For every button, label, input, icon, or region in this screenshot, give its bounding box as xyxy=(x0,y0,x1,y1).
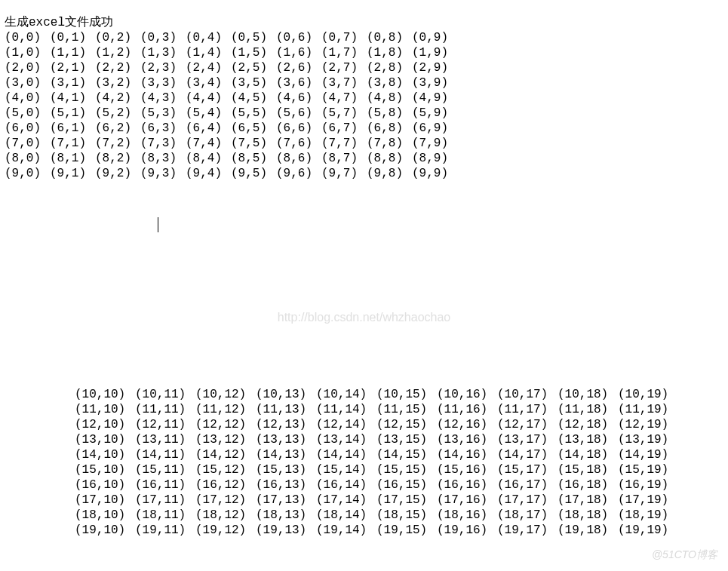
coord-cell: (1,9) xyxy=(412,45,457,60)
coord-cell: (16,10) xyxy=(75,477,135,493)
coord-cell: (12,17) xyxy=(497,417,558,432)
coord-cell: (13,19) xyxy=(618,432,678,447)
coord-cell: (2,3) xyxy=(140,60,186,75)
coord-cell: (9,9) xyxy=(412,166,457,181)
coord-cell: (8,4) xyxy=(186,151,231,166)
coord-cell: (4,6) xyxy=(276,91,321,106)
coord-cell: (17,13) xyxy=(256,493,316,508)
coord-cell: (13,10) xyxy=(75,432,135,447)
coord-cell: (18,15) xyxy=(376,508,437,523)
coord-row: (0,0)(0,1)(0,2)(0,3)(0,4)(0,5)(0,6)(0,7)… xyxy=(5,30,457,45)
coord-cell: (12,11) xyxy=(135,417,195,432)
coord-row: (1,0)(1,1)(1,2)(1,3)(1,4)(1,5)(1,6)(1,7)… xyxy=(5,45,457,60)
coord-cell: (1,2) xyxy=(95,45,140,60)
coord-cell: (9,3) xyxy=(140,166,186,181)
coord-cell: (5,9) xyxy=(412,106,457,121)
coord-cell: (0,4) xyxy=(186,30,231,45)
coord-cell: (15,18) xyxy=(558,462,618,477)
coord-cell: (6,6) xyxy=(276,121,321,136)
coord-cell: (10,11) xyxy=(135,387,195,402)
coord-cell: (15,14) xyxy=(316,462,376,477)
coord-cell: (10,17) xyxy=(497,387,558,402)
coord-cell: (11,11) xyxy=(135,402,195,417)
coord-cell: (3,0) xyxy=(5,75,50,91)
coord-cell: (3,5) xyxy=(231,75,276,91)
coord-cell: (9,4) xyxy=(186,166,231,181)
coord-row: (6,0)(6,1)(6,2)(6,3)(6,4)(6,5)(6,6)(6,7)… xyxy=(5,121,457,136)
coord-cell: (10,13) xyxy=(256,387,316,402)
coord-cell: (16,12) xyxy=(195,477,256,493)
coord-row: (19,10)(19,11)(19,12)(19,13)(19,14)(19,1… xyxy=(75,523,678,538)
coord-cell: (17,18) xyxy=(558,493,618,508)
coord-cell: (14,18) xyxy=(558,447,618,462)
coord-cell: (7,7) xyxy=(321,136,367,151)
coord-cell: (19,14) xyxy=(316,523,376,538)
coord-cell: (5,3) xyxy=(140,106,186,121)
coord-cell: (9,5) xyxy=(231,166,276,181)
coord-row: (9,0)(9,1)(9,2)(9,3)(9,4)(9,5)(9,6)(9,7)… xyxy=(5,166,457,181)
coord-cell: (12,19) xyxy=(618,417,678,432)
console-output-block-1: 生成excel文件成功 (0,0)(0,1)(0,2)(0,3)(0,4)(0,… xyxy=(5,0,457,181)
coord-cell: (9,7) xyxy=(321,166,367,181)
coord-cell: (1,5) xyxy=(231,45,276,60)
coord-cell: (5,1) xyxy=(50,106,95,121)
coord-row: (3,0)(3,1)(3,2)(3,3)(3,4)(3,5)(3,6)(3,7)… xyxy=(5,75,457,91)
coord-cell: (18,13) xyxy=(256,508,316,523)
coord-cell: (9,1) xyxy=(50,166,95,181)
coord-cell: (12,13) xyxy=(256,417,316,432)
coord-cell: (6,9) xyxy=(412,121,457,136)
coord-cell: (15,10) xyxy=(75,462,135,477)
coord-cell: (6,4) xyxy=(186,121,231,136)
coord-cell: (2,2) xyxy=(95,60,140,75)
coord-cell: (4,5) xyxy=(231,91,276,106)
coord-row: (4,0)(4,1)(4,2)(4,3)(4,4)(4,5)(4,6)(4,7)… xyxy=(5,91,457,106)
coord-cell: (13,13) xyxy=(256,432,316,447)
coord-cell: (11,15) xyxy=(376,402,437,417)
coord-cell: (2,7) xyxy=(321,60,367,75)
coord-cell: (10,19) xyxy=(618,387,678,402)
coord-cell: (8,3) xyxy=(140,151,186,166)
coordinate-grid-1: (0,0)(0,1)(0,2)(0,3)(0,4)(0,5)(0,6)(0,7)… xyxy=(5,30,457,181)
coord-cell: (17,12) xyxy=(195,493,256,508)
coord-cell: (2,9) xyxy=(412,60,457,75)
coord-cell: (2,8) xyxy=(367,60,412,75)
coord-cell: (13,18) xyxy=(558,432,618,447)
coord-cell: (5,8) xyxy=(367,106,412,121)
coord-cell: (7,6) xyxy=(276,136,321,151)
coord-cell: (15,17) xyxy=(497,462,558,477)
coord-cell: (19,17) xyxy=(497,523,558,538)
coord-row: (7,0)(7,1)(7,2)(7,3)(7,4)(7,5)(7,6)(7,7)… xyxy=(5,136,457,151)
coord-cell: (15,11) xyxy=(135,462,195,477)
coord-cell: (0,7) xyxy=(321,30,367,45)
coord-cell: (17,14) xyxy=(316,493,376,508)
coord-cell: (13,16) xyxy=(437,432,497,447)
coord-cell: (14,17) xyxy=(497,447,558,462)
coord-row: (2,0)(2,1)(2,2)(2,3)(2,4)(2,5)(2,6)(2,7)… xyxy=(5,60,457,75)
coord-cell: (19,18) xyxy=(558,523,618,538)
coord-cell: (8,0) xyxy=(5,151,50,166)
coord-cell: (7,5) xyxy=(231,136,276,151)
coord-cell: (0,9) xyxy=(412,30,457,45)
coord-cell: (1,8) xyxy=(367,45,412,60)
coord-row: (5,0)(5,1)(5,2)(5,3)(5,4)(5,5)(5,6)(5,7)… xyxy=(5,106,457,121)
coord-cell: (0,3) xyxy=(140,30,186,45)
coord-cell: (5,0) xyxy=(5,106,50,121)
coord-cell: (3,2) xyxy=(95,75,140,91)
coord-cell: (11,12) xyxy=(195,402,256,417)
coord-cell: (19,12) xyxy=(195,523,256,538)
coord-cell: (18,10) xyxy=(75,508,135,523)
coord-cell: (18,11) xyxy=(135,508,195,523)
coord-cell: (9,0) xyxy=(5,166,50,181)
header-line: 生成excel文件成功 xyxy=(5,16,113,29)
coord-cell: (12,15) xyxy=(376,417,437,432)
coord-cell: (8,5) xyxy=(231,151,276,166)
coord-cell: (13,12) xyxy=(195,432,256,447)
coord-cell: (2,6) xyxy=(276,60,321,75)
coord-cell: (0,8) xyxy=(367,30,412,45)
coord-cell: (10,10) xyxy=(75,387,135,402)
coord-cell: (4,0) xyxy=(5,91,50,106)
coord-cell: (14,16) xyxy=(437,447,497,462)
coord-cell: (15,15) xyxy=(376,462,437,477)
coord-cell: (13,14) xyxy=(316,432,376,447)
coord-cell: (0,2) xyxy=(95,30,140,45)
